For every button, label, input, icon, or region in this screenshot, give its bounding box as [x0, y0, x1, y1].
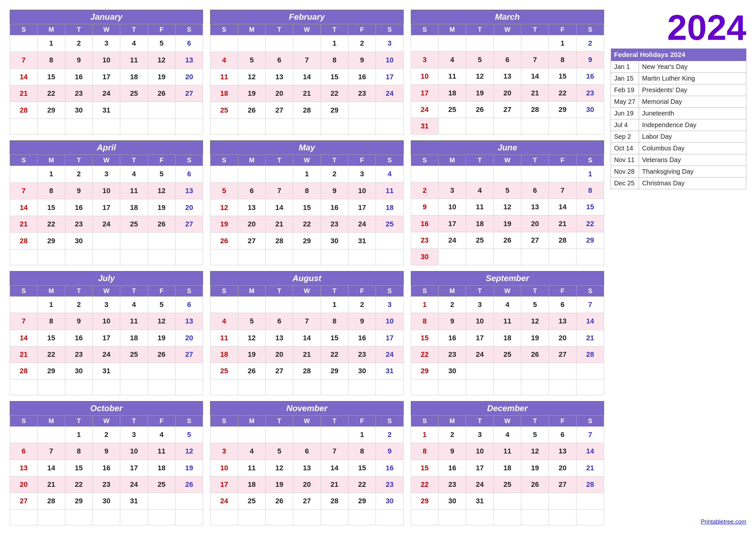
day-header-6: S	[576, 286, 604, 296]
calendar-day: 28	[265, 233, 293, 249]
calendar-day: 26	[148, 216, 175, 233]
holiday-date: Jan 15	[611, 73, 639, 84]
calendar-day	[210, 380, 238, 395]
calendar-day: 11	[494, 313, 521, 330]
calendar-day: 8	[411, 443, 438, 460]
calendar-day: 28	[38, 493, 65, 509]
calendar-day: 2	[411, 183, 438, 199]
calendar-day: 15	[348, 460, 376, 476]
calendar-day	[93, 509, 120, 525]
calendar-day	[10, 119, 38, 134]
calendar-day: 25	[120, 85, 148, 102]
month-title-april: April	[10, 141, 203, 155]
calendar-day: 20	[521, 215, 549, 232]
holiday-row: Nov 11Veterans Day	[611, 154, 746, 166]
calendar-day: 27	[265, 363, 293, 380]
holiday-row: Jun 19Juneteenth	[611, 108, 746, 119]
calendar-day: 26	[521, 476, 549, 493]
day-header-0: S	[10, 416, 38, 427]
day-header-5: F	[148, 286, 175, 296]
day-header-2: T	[265, 155, 293, 166]
calendar-day: 18	[494, 330, 521, 346]
calendar-day: 9	[65, 313, 93, 330]
day-header-2: T	[466, 155, 494, 166]
calendar-day: 24	[348, 216, 376, 233]
calendar-day	[411, 380, 438, 395]
calendar-day: 15	[549, 68, 576, 85]
day-header-1: M	[438, 24, 466, 35]
printabletree-link[interactable]: Printabletree.com	[610, 512, 746, 525]
calendar-day: 1	[348, 427, 376, 443]
calendar-day: 13	[10, 460, 38, 476]
calendar-day	[148, 249, 175, 265]
day-header-5: F	[549, 24, 576, 35]
day-header-5: F	[148, 416, 175, 427]
calendar-day	[521, 166, 549, 183]
day-header-6: S	[175, 155, 202, 166]
calendar-day: 29	[38, 363, 65, 380]
day-header-0: S	[411, 416, 438, 427]
calendar-day: 4	[210, 52, 238, 69]
day-header-4: T	[120, 24, 148, 35]
calendar-day	[175, 119, 202, 134]
calendar-day: 16	[93, 460, 120, 476]
calendar-day: 6	[549, 296, 576, 313]
calendar-day: 21	[521, 85, 549, 101]
day-header-3: W	[93, 286, 120, 296]
calendar-day: 15	[65, 460, 93, 476]
holiday-name: Columbus Day	[639, 143, 746, 154]
day-header-0: S	[210, 286, 238, 296]
day-header-3: W	[293, 286, 321, 296]
calendar-day: 21	[10, 346, 38, 363]
calendar-day: 13	[175, 313, 202, 330]
calendar-day: 27	[175, 346, 202, 363]
calendar-day: 16	[438, 460, 466, 476]
calendar-day	[120, 380, 148, 395]
day-header-0: S	[210, 416, 238, 427]
calendar-day	[376, 233, 403, 249]
calendar-day: 2	[576, 35, 604, 52]
calendar-day	[438, 118, 466, 134]
month-calendar-june: JuneSMTWTFS12345678910111213141516171819…	[411, 140, 604, 265]
calendar-day	[438, 380, 466, 395]
calendar-day: 27	[175, 216, 202, 233]
calendar-day: 7	[521, 52, 549, 68]
calendar-day: 25	[466, 232, 494, 248]
day-header-3: W	[93, 155, 120, 166]
calendar-day: 16	[576, 68, 604, 85]
calendar-day: 11	[120, 183, 148, 199]
calendar-day	[466, 118, 494, 134]
day-header-0: S	[411, 24, 438, 35]
calendar-day: 13	[175, 52, 202, 69]
calendar-day: 23	[348, 346, 376, 363]
calendar-day: 21	[293, 346, 321, 363]
calendar-day: 12	[494, 199, 521, 215]
calendar-day: 2	[65, 35, 93, 52]
month-calendar-march: MarchSMTWTFS1234567891011121314151617181…	[411, 10, 604, 134]
calendar-day	[265, 427, 293, 443]
calendar-day: 18	[148, 460, 175, 476]
calendar-day: 19	[466, 85, 494, 101]
calendar-day: 16	[348, 69, 376, 85]
holiday-name: Veterans Day	[639, 154, 746, 166]
calendar-day	[120, 249, 148, 265]
calendar-day: 24	[376, 346, 403, 363]
calendar-day: 29	[321, 102, 348, 119]
holiday-row: Feb 19Presidents' Day	[611, 84, 746, 96]
calendar-day: 12	[210, 199, 238, 216]
calendar-day: 5	[238, 52, 265, 69]
calendar-day: 20	[293, 476, 321, 493]
calendar-day	[521, 363, 549, 380]
calendar-day: 29	[321, 363, 348, 380]
calendar-day: 1	[65, 427, 93, 443]
calendar-day	[321, 249, 348, 265]
calendar-day: 1	[293, 166, 321, 183]
calendar-day: 24	[93, 216, 120, 233]
calendar-day: 1	[38, 35, 65, 52]
calendar-day: 29	[576, 232, 604, 248]
calendar-day: 16	[65, 199, 93, 216]
calendar-day: 11	[438, 68, 466, 85]
calendar-day: 23	[576, 85, 604, 101]
calendar-day	[238, 249, 265, 265]
calendar-day: 10	[376, 313, 403, 330]
